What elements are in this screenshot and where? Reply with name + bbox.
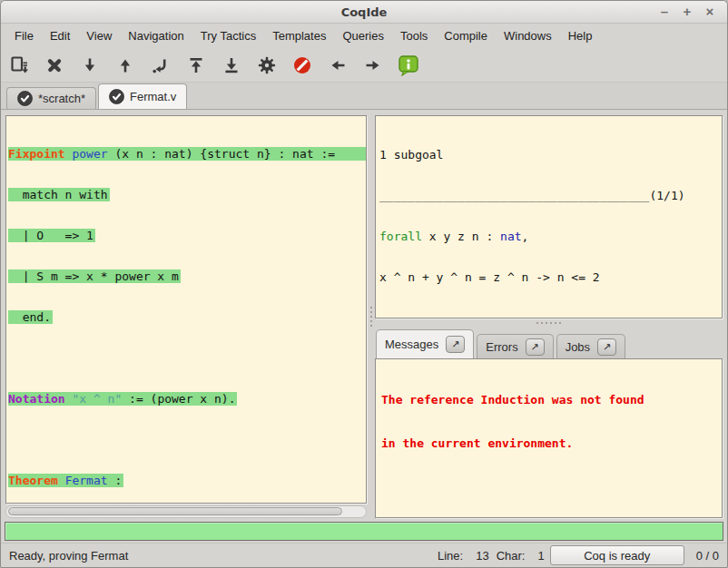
- line-label: Line:: [438, 549, 463, 563]
- messages-panel: The reference Induction was not found in…: [375, 358, 723, 518]
- progress-bar: [5, 522, 723, 541]
- horizontal-splitter[interactable]: [375, 318, 723, 327]
- proof-pane: 1 subgoal ______________________________…: [375, 115, 723, 518]
- fully-check-icon: [256, 54, 278, 76]
- document-tabbar: *scratch* Fermat.v: [1, 83, 727, 109]
- statusbar: Ready, proving Fermat Line: 13 Char: 1 C…: [1, 543, 727, 567]
- next-icon: [362, 54, 384, 76]
- tab-label: Errors: [486, 340, 517, 354]
- step-backward-icon: [114, 54, 136, 76]
- menu-compile[interactable]: Compile: [436, 24, 496, 47]
- goto-cursor-icon: [150, 54, 172, 76]
- detach-icon: ↗: [451, 339, 459, 349]
- restart-icon: [185, 54, 207, 76]
- previous-icon: [327, 54, 349, 76]
- menu-try-tactics[interactable]: Try Tactics: [192, 24, 264, 47]
- script-pane: Fixpoint power (x n : nat) {struct n} : …: [5, 115, 367, 518]
- goal-separator: ______________________________________: [379, 189, 649, 202]
- next-button[interactable]: [360, 53, 385, 77]
- detach-icon: ↗: [531, 342, 539, 352]
- save-button[interactable]: [6, 53, 31, 77]
- goto-end-button[interactable]: [219, 53, 243, 77]
- fully-check-button[interactable]: [254, 53, 279, 77]
- status-message: Ready, proving Fermat: [9, 549, 438, 563]
- code-keyword: Fixpoint: [8, 147, 65, 161]
- previous-button[interactable]: [325, 53, 349, 77]
- step-forward-button[interactable]: [77, 53, 102, 77]
- close-icon: [44, 54, 65, 76]
- maximize-icon[interactable]: +: [679, 4, 695, 20]
- progress-row: [1, 520, 727, 543]
- step-forward-icon: [79, 54, 101, 76]
- goal-keyword: forall: [379, 230, 422, 243]
- char-label: Char:: [497, 549, 526, 563]
- check-icon: [17, 91, 33, 106]
- menu-edit[interactable]: Edit: [42, 24, 78, 47]
- close-icon[interactable]: ×: [702, 4, 718, 20]
- detach-button[interactable]: ↗: [526, 338, 545, 356]
- horizontal-scrollbar[interactable]: [5, 505, 367, 518]
- tab-label: Fermat.v: [130, 90, 176, 103]
- code-string: "x ^ n": [72, 392, 122, 406]
- menubar: File Edit View Navigation Try Tactics Te…: [1, 24, 727, 48]
- scrollbar-thumb[interactable]: [8, 507, 342, 515]
- detach-icon: ↗: [603, 342, 611, 352]
- tab-fermat[interactable]: Fermat.v: [98, 83, 187, 109]
- step-backward-button[interactable]: [113, 53, 137, 77]
- save-icon: [8, 54, 30, 76]
- error-message-line: The reference Induction was not found: [381, 393, 716, 407]
- coqide-window: CoqIde – + × File Edit View Navigation T…: [0, 0, 728, 568]
- titlebar[interactable]: CoqIde – + ×: [1, 1, 727, 24]
- script-editor[interactable]: Fixpoint power (x n : nat) {struct n} : …: [5, 115, 367, 504]
- tab-errors[interactable]: Errors ↗: [477, 334, 553, 358]
- code-ident: Fermat: [65, 474, 108, 487]
- toolbar: [1, 48, 727, 83]
- char-value: 1: [537, 549, 544, 563]
- status-right: Line: 13 Char: 1 Coq is ready 0 / 0: [438, 545, 719, 565]
- goto-end-icon: [221, 54, 242, 76]
- goals-panel: 1 subgoal ______________________________…: [375, 115, 723, 318]
- check-icon: [109, 89, 124, 104]
- menu-help[interactable]: Help: [560, 24, 601, 47]
- tab-label: *scratch*: [38, 92, 85, 105]
- goal-type: nat: [500, 230, 521, 243]
- menu-view[interactable]: View: [78, 24, 120, 47]
- goal-counter: (1/1): [649, 189, 684, 202]
- menu-tools[interactable]: Tools: [392, 24, 436, 47]
- tab-label: Messages: [385, 338, 438, 351]
- tab-scratch[interactable]: *scratch*: [6, 87, 96, 109]
- window-controls: – + ×: [656, 4, 727, 20]
- about-button[interactable]: [396, 53, 420, 77]
- window-title: CoqIde: [1, 5, 727, 19]
- minimize-icon[interactable]: –: [656, 4, 673, 20]
- tab-jobs[interactable]: Jobs ↗: [556, 334, 625, 358]
- error-message-line: in the current environment.: [381, 436, 716, 451]
- restart-button[interactable]: [183, 53, 208, 77]
- goto-cursor-button[interactable]: [148, 53, 172, 77]
- main-area: Fixpoint power (x n : nat) {struct n} : …: [1, 109, 727, 520]
- menu-file[interactable]: File: [6, 24, 42, 47]
- line-value: 13: [476, 549, 488, 563]
- menu-windows[interactable]: Windows: [496, 24, 560, 47]
- message-tabbar: Messages ↗ Errors ↗ Jobs ↗: [375, 327, 723, 358]
- menu-queries[interactable]: Queries: [334, 24, 392, 47]
- coq-status-label: Coq is ready: [584, 549, 650, 563]
- menu-templates[interactable]: Templates: [264, 24, 334, 47]
- code-keyword: Theorem: [8, 474, 58, 487]
- about-icon: [397, 54, 420, 77]
- code-keyword: Notation: [8, 392, 65, 406]
- menu-navigation[interactable]: Navigation: [120, 24, 192, 47]
- subgoal-count: 1 subgoal: [379, 148, 718, 162]
- coq-status-button[interactable]: Coq is ready: [550, 545, 684, 565]
- code-ident: power: [72, 147, 107, 161]
- interrupt-button[interactable]: [290, 53, 314, 77]
- tab-label: Jobs: [566, 340, 590, 354]
- tab-messages[interactable]: Messages ↗: [376, 329, 474, 358]
- detach-button[interactable]: ↗: [446, 336, 465, 353]
- vertical-splitter[interactable]: [367, 115, 375, 518]
- interrupt-icon: [291, 54, 313, 76]
- worker-counter: 0 / 0: [696, 549, 719, 563]
- detach-button[interactable]: ↗: [597, 338, 616, 356]
- close-buffer-button[interactable]: [42, 53, 66, 77]
- goal-statement: x ^ n + y ^ n = z ^ n -> n <= 2: [379, 270, 718, 284]
